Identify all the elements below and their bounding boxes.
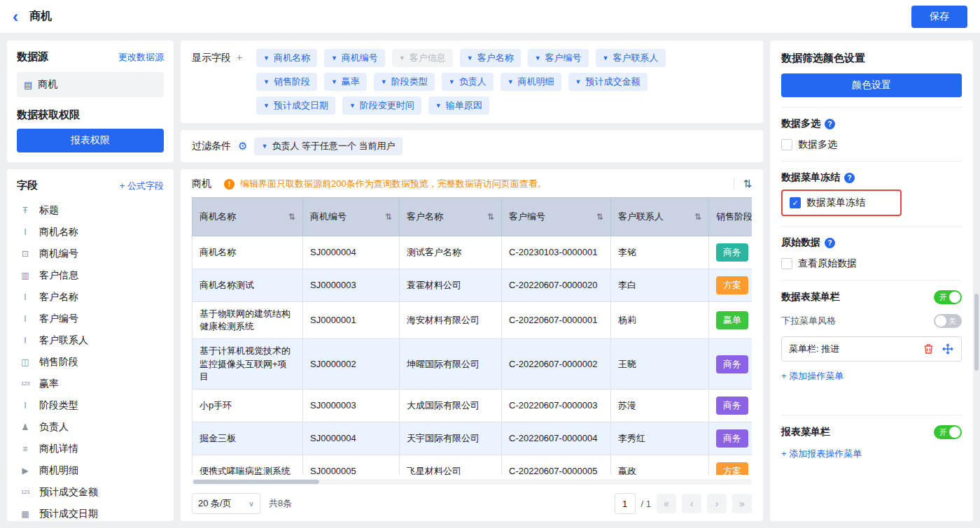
change-datasource-link[interactable]: 更改数据源 xyxy=(118,51,164,64)
column-header[interactable]: 客户名称⇅ xyxy=(400,198,502,236)
table-menu-toggle[interactable]: 开 xyxy=(934,290,962,304)
toggle-label: 开 xyxy=(939,292,947,303)
raw-data-option[interactable]: 查看原始数据 xyxy=(781,257,962,270)
display-field-chip[interactable]: ▼客户联系人 xyxy=(596,49,666,67)
menu-item-input[interactable]: 菜单栏: 推进 xyxy=(781,336,962,362)
report-permission-button[interactable]: 报表权限 xyxy=(17,129,164,152)
window-scrollbar-thumb[interactable] xyxy=(974,294,979,371)
help-icon[interactable]: ? xyxy=(844,173,855,183)
raw-data-checkbox[interactable] xyxy=(781,258,792,269)
display-field-chip[interactable]: ▼客户编号 xyxy=(528,49,589,67)
column-sort-icon[interactable]: ⇅ xyxy=(487,211,494,223)
chip-label: 客户编号 xyxy=(545,52,582,64)
stage-badge: 商务 xyxy=(716,355,748,373)
display-field-chip[interactable]: ▼商机明细 xyxy=(500,73,561,91)
multi-select-option[interactable]: 数据多选 xyxy=(781,138,962,151)
display-field-chip[interactable]: ▼预计成交金额 xyxy=(568,73,648,91)
field-item-opportunity-code[interactable]: ⊡商机编号 xyxy=(17,243,164,264)
display-field-chip[interactable]: ▼赢率 xyxy=(324,73,367,91)
field-item-win-rate[interactable]: 123赢率 xyxy=(17,373,164,394)
color-settings-button[interactable]: 颜色设置 xyxy=(781,73,962,97)
menu-freeze-checkbox[interactable]: ✓ xyxy=(790,197,801,208)
display-field-chip[interactable]: ▼商机编号 xyxy=(324,49,385,67)
display-field-chip-disabled[interactable]: ▼客户信息 xyxy=(392,49,453,67)
datasource-item[interactable]: ▤ 商机 xyxy=(17,72,164,97)
cell-customer-code: C-20220607-0000003 xyxy=(502,389,611,422)
field-item-expected-date[interactable]: ▦预计成交日期 xyxy=(17,503,164,521)
display-field-chip[interactable]: ▼阶段类型 xyxy=(374,73,435,91)
dropdown-style-toggle[interactable]: 关 xyxy=(934,314,962,328)
display-field-chip[interactable]: ▼商机名称 xyxy=(256,49,317,67)
field-item-stage-type[interactable]: Ⅰ阶段类型 xyxy=(17,394,164,416)
field-label: 客户信息 xyxy=(39,269,78,282)
report-menu-toggle[interactable]: 开 xyxy=(934,425,962,439)
display-field-chip[interactable]: ▼销售阶段 xyxy=(256,73,317,91)
field-item-sales-stage[interactable]: ◫销售阶段 xyxy=(17,351,164,373)
column-header[interactable]: 客户编号⇅ xyxy=(502,198,611,236)
add-action-menu-link[interactable]: + 添加操作菜单 xyxy=(781,370,844,383)
table-row: 小p手环 SJ0000003 大成国际有限公司 C-20220607-00000… xyxy=(192,389,752,422)
cell-contact: 李白 xyxy=(611,269,709,302)
pagination-prev-button[interactable]: ‹ xyxy=(682,494,701,513)
add-formula-field-link[interactable]: + 公式字段 xyxy=(120,180,164,192)
chevron-down-icon: ▼ xyxy=(263,78,270,85)
column-sort-icon[interactable]: ⇅ xyxy=(288,211,295,223)
field-item-opportunity-lines[interactable]: ▶商机明细 xyxy=(17,459,164,481)
field-item-expected-amount[interactable]: 123预计成交金额 xyxy=(17,481,164,503)
field-item-customer-code[interactable]: Ⅰ客户编号 xyxy=(17,308,164,329)
pagination-first-button[interactable]: « xyxy=(657,494,676,513)
field-label: 阶段类型 xyxy=(39,399,78,412)
save-button[interactable]: 保存 xyxy=(911,6,967,28)
field-item-title[interactable]: Ŧ标题 xyxy=(17,199,164,221)
field-item-owner[interactable]: ♟负责人 xyxy=(17,416,164,438)
field-item-customer-name[interactable]: Ⅰ客户名称 xyxy=(17,286,164,308)
column-sort-icon[interactable]: ⇅ xyxy=(596,211,603,223)
move-icon[interactable] xyxy=(941,343,954,355)
field-item-opportunity-name[interactable]: Ⅰ商机名称 xyxy=(17,221,164,243)
field-item-customer-info[interactable]: ▥客户信息 xyxy=(17,264,164,286)
display-field-chip[interactable]: ▼预计成交日期 xyxy=(256,97,335,115)
multi-select-checkbox[interactable] xyxy=(781,139,792,150)
add-report-action-menu-link[interactable]: + 添加报表操作菜单 xyxy=(781,448,862,460)
table-scroll-area[interactable]: 商机名称⇅ 商机编号⇅ 客户名称⇅ 客户编号⇅ 客户联系人⇅ 销售阶段⇅ 商机名… xyxy=(192,197,752,475)
column-header[interactable]: 商机编号⇅ xyxy=(303,198,400,236)
scrollbar-thumb[interactable] xyxy=(193,480,319,484)
data-preview-panel: 商机 ! 编辑界面只取数据源前200条作为查询数据预览，完整数据请访问页面查看。… xyxy=(181,169,763,521)
pagination-next-button[interactable]: › xyxy=(707,494,727,513)
pagination-last-button[interactable]: » xyxy=(732,494,752,513)
back-icon[interactable]: ‹ xyxy=(13,8,18,25)
display-field-chip[interactable]: ▼负责人 xyxy=(442,73,493,91)
table-sort-icon[interactable]: ⇅ xyxy=(734,178,752,190)
trash-icon[interactable] xyxy=(922,343,934,355)
chevron-down-icon: ▼ xyxy=(449,78,455,85)
checkbox-label: 数据菜单冻结 xyxy=(806,197,865,209)
chip-label: 输单原因 xyxy=(446,99,482,112)
horizontal-scrollbar[interactable] xyxy=(192,479,752,485)
column-header[interactable]: 销售阶段⇅ xyxy=(709,198,752,236)
display-field-chip[interactable]: ▼阶段变更时间 xyxy=(342,97,421,115)
filter-condition-chip[interactable]: ▼负责人 等于任意一个 当前用户 xyxy=(254,137,402,155)
column-header[interactable]: 客户联系人⇅ xyxy=(611,198,709,236)
page-size-select[interactable]: 20 条/页 ∨ xyxy=(192,493,260,514)
display-field-chip[interactable]: ▼客户名称 xyxy=(460,49,521,67)
column-sort-icon[interactable]: ⇅ xyxy=(694,211,701,223)
column-sort-icon[interactable]: ⇅ xyxy=(385,211,392,223)
field-item-opportunity-detail[interactable]: ≡商机详情 xyxy=(17,438,164,459)
chevron-down-icon: ▼ xyxy=(399,55,405,62)
chip-label: 销售阶段 xyxy=(274,76,310,88)
help-icon[interactable]: ? xyxy=(825,119,835,129)
display-field-chips: ▼商机名称 ▼商机编号 ▼客户信息 ▼客户名称 ▼客户编号 ▼客户联系人 ▼销售… xyxy=(256,49,752,115)
filter-label: 过滤条件 xyxy=(192,140,231,152)
add-display-field-button[interactable]: + xyxy=(237,52,242,63)
column-label: 商机编号 xyxy=(310,211,346,223)
chevron-down-icon: ▼ xyxy=(575,78,582,85)
main-content: 显示字段 + ▼商机名称 ▼商机编号 ▼客户信息 ▼客户名称 ▼客户编号 ▼客户… xyxy=(181,41,763,521)
help-icon[interactable]: ? xyxy=(825,238,835,248)
chip-label: 商机编号 xyxy=(342,52,378,64)
cell-stage: 商务 xyxy=(709,236,752,269)
column-header[interactable]: 商机名称⇅ xyxy=(192,198,303,236)
display-field-chip[interactable]: ▼输单原因 xyxy=(428,97,489,115)
field-item-customer-contact[interactable]: Ⅰ客户联系人 xyxy=(17,329,164,351)
gear-icon[interactable]: ⚙ xyxy=(238,140,247,152)
current-page-box[interactable]: 1 xyxy=(615,493,636,514)
